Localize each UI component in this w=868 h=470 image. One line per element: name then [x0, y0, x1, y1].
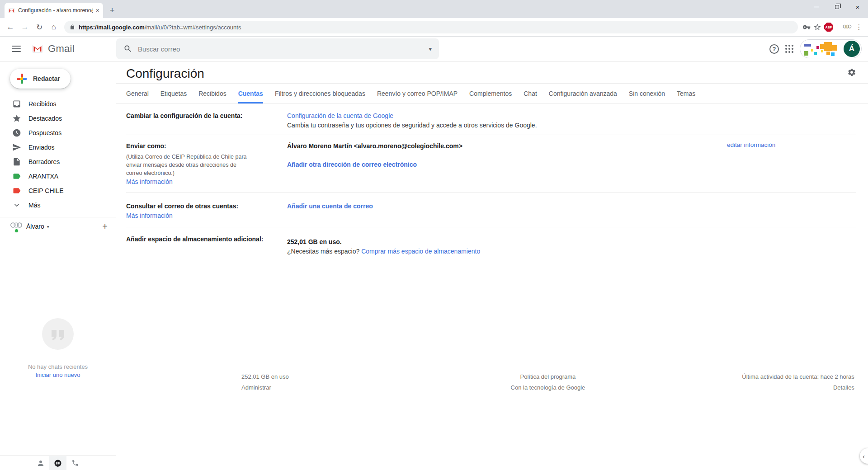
- label-tag-icon: [12, 172, 21, 181]
- star-icon: [12, 114, 21, 123]
- tab-reenvio[interactable]: Reenvío y correo POP/IMAP: [377, 84, 458, 103]
- send-as-address: Álvaro Moreno Martín <alvaro.moreno@cole…: [287, 141, 727, 151]
- account-pill[interactable]: Á: [800, 39, 862, 58]
- search-input[interactable]: [138, 45, 423, 53]
- saved-password-key-icon[interactable]: [802, 23, 811, 31]
- tab-close-icon[interactable]: ×: [96, 7, 99, 14]
- tab-general[interactable]: General: [126, 84, 149, 103]
- gmail-logo-text: Gmail: [48, 43, 75, 55]
- row-label: Cambiar la configuración de la cuenta:: [126, 111, 287, 130]
- adblock-extension-icon[interactable]: ABP: [824, 23, 833, 32]
- sidebar: Redactar Recibidos Destacados Pospuestos…: [0, 61, 116, 470]
- calls-tab[interactable]: [66, 456, 84, 470]
- help-icon[interactable]: ?: [769, 44, 779, 54]
- row-send-as: Enviar como: (Utiliza Correo de CEIP Rep…: [126, 135, 856, 193]
- sidebar-item-drafts[interactable]: Borradores: [0, 155, 116, 169]
- tab-complementos[interactable]: Complementos: [469, 84, 512, 103]
- footer-details-link[interactable]: Detalles: [650, 384, 854, 391]
- search-icon[interactable]: [123, 44, 132, 53]
- url-host: https://mail.google.com: [79, 24, 145, 31]
- chat-avatar-rings-icon[interactable]: [10, 221, 23, 231]
- browser-tab[interactable]: Configuración - alvaro.moreno@ ×: [5, 3, 103, 18]
- footer-powered: Con la tecnología de Google: [446, 384, 650, 391]
- chat-account-name[interactable]: Álvaro: [26, 223, 44, 230]
- chat-start-new-link[interactable]: Iniciar uno nuevo: [0, 371, 116, 378]
- padlock-icon: [70, 24, 75, 30]
- back-button[interactable]: ←: [5, 23, 16, 32]
- browser-tab-strip: Configuración - alvaro.moreno@ × + ×: [0, 0, 868, 18]
- sidebar-item-sent[interactable]: Enviados: [0, 140, 116, 155]
- presence-dot: [14, 229, 19, 233]
- sidebar-item-label: Enviados: [28, 144, 55, 151]
- chat-account-caret-icon[interactable]: ▾: [47, 224, 49, 229]
- search-bar[interactable]: ▾: [116, 38, 439, 59]
- footer-center: Política del programa Con la tecnología …: [446, 373, 650, 391]
- main-menu-icon[interactable]: [12, 44, 21, 54]
- check-mail-more-info-link[interactable]: Más información: [126, 211, 287, 221]
- phone-icon: [71, 459, 79, 467]
- hangouts-tab[interactable]: [49, 456, 66, 470]
- row-check-mail: Consultar el correo de otras cuentas: Má…: [126, 193, 856, 227]
- add-email-address-link[interactable]: Añadir otra dirección de correo electrón…: [287, 160, 727, 169]
- gear-icon[interactable]: [847, 68, 856, 77]
- forward-button[interactable]: →: [19, 23, 31, 32]
- footer-usage: 252,01 GB en uso: [241, 373, 446, 381]
- apps-grid-icon[interactable]: [785, 45, 793, 53]
- bookmark-star-icon[interactable]: [813, 23, 821, 31]
- tab-chat[interactable]: Chat: [524, 84, 537, 103]
- chat-empty-text: No hay chats recientes: [0, 363, 116, 370]
- sidebar-item-label: Recibidos: [28, 100, 56, 108]
- row-storage: Añadir espacio de almacenamiento adicion…: [126, 227, 856, 263]
- sidebar-item-starred[interactable]: Destacados: [0, 111, 116, 126]
- new-chat-button[interactable]: +: [102, 221, 108, 232]
- sidebar-item-label: Más: [28, 202, 40, 209]
- gmail-header: Gmail ▾ ? Á: [0, 37, 868, 61]
- compose-button[interactable]: Redactar: [10, 69, 71, 89]
- send-icon: [12, 143, 21, 152]
- sidebar-item-label-ceip-chile[interactable]: CEIP CHILE: [0, 183, 116, 198]
- tab-config-avanzada[interactable]: Configuración avanzada: [549, 84, 617, 103]
- send-as-note: (Utiliza Correo de CEIP República de Chi…: [126, 153, 247, 177]
- home-button[interactable]: ⌂: [48, 23, 60, 32]
- send-as-more-info-link[interactable]: Más información: [126, 177, 287, 187]
- gmail-m-icon: [31, 43, 44, 54]
- tab-filtros[interactable]: Filtros y direcciones bloqueadas: [275, 84, 365, 103]
- avatar[interactable]: Á: [844, 41, 860, 57]
- sidebar-item-more[interactable]: Más: [0, 198, 116, 212]
- edit-info-link[interactable]: editar información: [727, 141, 775, 148]
- address-bar[interactable]: https://mail.google.com/mail/u/0/?tab=wm…: [64, 21, 798, 33]
- gmail-logo[interactable]: Gmail: [31, 43, 75, 55]
- footer-manage-link[interactable]: Administrar: [241, 384, 446, 391]
- buy-storage-link[interactable]: Comprar más espacio de almacenamiento: [361, 248, 480, 255]
- compose-label: Redactar: [33, 75, 60, 82]
- tab-etiquetas[interactable]: Etiquetas: [160, 84, 187, 103]
- sidebar-item-label-arantxa[interactable]: ARANTXA: [0, 169, 116, 183]
- chrome-menu-icon[interactable]: ⋮: [854, 23, 863, 31]
- contacts-tab[interactable]: [32, 456, 49, 470]
- tab-sin-conexion[interactable]: Sin conexión: [629, 84, 665, 103]
- new-tab-button[interactable]: +: [106, 4, 118, 17]
- page-title: Configuración: [126, 67, 868, 80]
- sidebar-item-snoozed[interactable]: Pospuestos: [0, 126, 116, 140]
- window-minimize-button[interactable]: [806, 0, 826, 14]
- storage-question: ¿Necesitas más espacio? Comprar más espa…: [287, 247, 727, 256]
- tab-recibidos[interactable]: Recibidos: [198, 84, 226, 103]
- compose-plus-icon: [17, 74, 27, 84]
- footer-last-activity: Última actividad de la cuenta: hace 2 ho…: [650, 373, 854, 381]
- sidebar-item-label: Destacados: [28, 115, 62, 122]
- footer-policy-link[interactable]: Política del programa: [446, 373, 650, 381]
- sidebar-item-inbox[interactable]: Recibidos: [0, 97, 116, 111]
- add-mail-account-link[interactable]: Añadir una cuenta de correo: [287, 202, 727, 211]
- sidebar-nav: Recibidos Destacados Pospuestos Enviados…: [0, 97, 116, 212]
- rings-extension-icon[interactable]: [843, 24, 852, 30]
- settings-footer: 252,01 GB en uso Administrar Política de…: [241, 373, 854, 391]
- reload-button[interactable]: ↻: [33, 23, 45, 32]
- window-close-button[interactable]: ×: [847, 0, 868, 14]
- window-restore-button[interactable]: [826, 0, 847, 14]
- google-account-settings-link[interactable]: Configuración de la cuenta de Google: [287, 111, 727, 121]
- draft-icon: [12, 157, 21, 166]
- restore-icon: [835, 5, 839, 9]
- tab-temas[interactable]: Temas: [677, 84, 695, 103]
- search-options-caret-icon[interactable]: ▾: [429, 46, 432, 52]
- tab-cuentas[interactable]: Cuentas: [238, 84, 263, 103]
